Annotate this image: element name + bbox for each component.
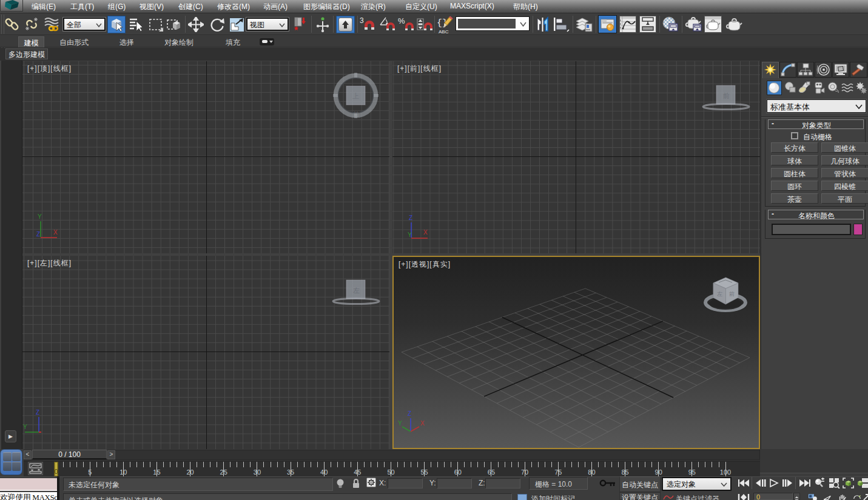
svg-text:前: 前 <box>353 111 359 118</box>
svg-text:前: 前 <box>729 291 735 297</box>
svg-text:左: 左 <box>353 287 360 294</box>
svg-text:3: 3 <box>360 16 364 25</box>
svg-text:Y: Y <box>408 232 412 238</box>
svg-text:%: % <box>398 16 405 25</box>
svg-text:Z: Z <box>36 409 39 416</box>
svg-text:X: X <box>420 420 425 427</box>
svg-text:X: X <box>423 229 428 236</box>
svg-text:Y: Y <box>38 213 42 220</box>
svg-text:Y: Y <box>23 424 27 430</box>
svg-text:ABC: ABC <box>439 29 449 34</box>
svg-text:前: 前 <box>722 92 730 99</box>
svg-text:左: 左 <box>717 291 722 297</box>
svg-text:Z: Z <box>408 410 411 417</box>
svg-text:Y: Y <box>398 420 402 427</box>
svg-text:X: X <box>53 229 58 236</box>
svg-text:Z: Z <box>36 231 40 238</box>
svg-text:Z: Z <box>409 215 412 221</box>
svg-text:上: 上 <box>352 92 359 99</box>
